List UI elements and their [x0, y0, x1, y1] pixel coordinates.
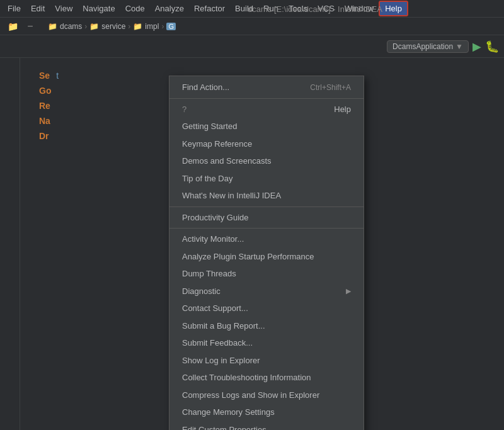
breadcrumb-impl[interactable]: 📁 impl	[133, 22, 159, 31]
tip-of-day-label: Tip of the Day	[182, 173, 232, 185]
menu-refactor[interactable]: Refactor	[189, 2, 230, 15]
menu-change-memory[interactable]: Change Memory Settings	[169, 404, 364, 421]
menu-file[interactable]: File	[3, 2, 26, 15]
menu-run[interactable]: Run	[258, 2, 284, 15]
menu-help[interactable]: Help	[379, 1, 408, 16]
menubar: File Edit View Navigate Code Analyze Ref…	[0, 0, 504, 18]
menu-sep-2	[169, 207, 364, 207]
menu-tip-of-day[interactable]: Tip of the Day	[169, 170, 364, 188]
menu-edit[interactable]: Edit	[26, 2, 50, 15]
help-label: Help	[334, 103, 351, 116]
getting-started-label: Getting Started	[182, 120, 237, 133]
menu-help-item[interactable]: ? Help	[169, 101, 364, 118]
breadcrumb-sep-1: ›	[84, 22, 87, 31]
toolbar: DcamsApplication ▼ ▶ 🐛	[0, 35, 504, 58]
run-config-selector[interactable]: DcamsApplication ▼	[387, 40, 469, 53]
menu-collect-troubleshooting[interactable]: Collect Troubleshooting Information	[169, 369, 364, 387]
keymap-reference-label: Keymap Reference	[182, 138, 252, 150]
breadcrumb-file[interactable]: G	[166, 23, 176, 30]
menu-show-log[interactable]: Show Log in Explorer	[169, 352, 364, 370]
find-action-shortcut: Ctrl+Shift+A	[310, 82, 351, 93]
find-action-label: Find Action...	[182, 81, 229, 94]
folder-icon-service: 📁	[89, 22, 99, 31]
menu-edit-custom-props[interactable]: Edit Custom Properties...	[169, 421, 364, 431]
submit-bug-label: Submit a Bug Report...	[182, 320, 265, 332]
menu-sep-1	[169, 98, 364, 99]
breadcrumb-dcams[interactable]: 📁 dcams	[48, 22, 82, 31]
menu-find-action[interactable]: Find Action... Ctrl+Shift+A	[169, 79, 364, 96]
project-icon[interactable]: 📁	[5, 19, 20, 34]
file-icon-g: G	[166, 23, 176, 30]
breadcrumb-service[interactable]: 📁 service	[89, 22, 125, 31]
demos-screencasts-label: Demos and Screencasts	[182, 155, 272, 167]
menu-analyze-plugin[interactable]: Analyze Plugin Startup Performance	[169, 248, 364, 266]
menu-sep-3	[169, 228, 364, 229]
menu-productivity-guide[interactable]: Productivity Guide	[169, 209, 364, 227]
help-question-icon: ?	[182, 103, 186, 116]
menu-analyze[interactable]: Analyze	[150, 2, 189, 15]
menu-window[interactable]: Window	[340, 2, 379, 15]
menu-activity-monitor[interactable]: Activity Monitor...	[169, 230, 364, 248]
menu-submit-feedback[interactable]: Submit Feedback...	[169, 334, 364, 352]
dropdown-overlay: Find Action... Ctrl+Shift+A ? Help Getti…	[0, 76, 504, 430]
menu-contact-support[interactable]: Contact Support...	[169, 300, 364, 317]
contact-support-label: Contact Support...	[182, 302, 248, 315]
collect-troubleshooting-label: Collect Troubleshooting Information	[182, 371, 311, 384]
menu-view[interactable]: View	[50, 2, 77, 15]
breadcrumb-label-dcams: dcams	[60, 22, 82, 31]
menu-whats-new[interactable]: What's New in IntelliJ IDEA	[169, 187, 364, 205]
breadcrumb-label-service: service	[101, 22, 125, 31]
menu-build[interactable]: Build	[230, 2, 258, 15]
menu-submit-bug[interactable]: Submit a Bug Report...	[169, 317, 364, 335]
submit-feedback-label: Submit Feedback...	[182, 337, 253, 349]
folder-icon-dcams: 📁	[48, 22, 57, 31]
menu-compress-logs[interactable]: Compress Logs and Show in Explorer	[169, 387, 364, 404]
productivity-guide-label: Productivity Guide	[182, 212, 249, 224]
run-config-label: DcamsApplication	[392, 42, 453, 51]
menu-getting-started[interactable]: Getting Started	[169, 118, 364, 135]
diagnostic-arrow-icon: ▶	[346, 286, 351, 297]
folder-icon-impl: 📁	[133, 22, 142, 31]
analyze-plugin-label: Analyze Plugin Startup Performance	[182, 251, 314, 263]
debug-button[interactable]: 🐛	[485, 40, 499, 54]
breadcrumb-sep-3: ›	[161, 22, 164, 31]
breadcrumb-bar: 📁 − 📁 dcams › 📁 service › 📁 impl › G	[0, 18, 504, 35]
run-config-dropdown-icon: ▼	[455, 42, 463, 51]
menu-tools[interactable]: Tools	[284, 2, 312, 15]
minus-icon[interactable]: −	[23, 19, 38, 34]
breadcrumb-label-impl: impl	[145, 22, 159, 31]
whats-new-label: What's New in IntelliJ IDEA	[182, 190, 281, 202]
menu-navigate[interactable]: Navigate	[77, 2, 120, 15]
breadcrumb-sep-2: ›	[128, 22, 130, 31]
menu-keymap-reference[interactable]: Keymap Reference	[169, 135, 364, 153]
dump-threads-label: Dump Threads	[182, 268, 236, 280]
diagnostic-label: Diagnostic	[182, 285, 220, 298]
menu-demos-screencasts[interactable]: Demos and Screencasts	[169, 152, 364, 170]
menu-diagnostic[interactable]: Diagnostic ▶	[169, 283, 364, 300]
change-memory-label: Change Memory Settings	[182, 406, 275, 419]
show-log-label: Show Log in Explorer	[182, 354, 260, 367]
compress-logs-label: Compress Logs and Show in Explorer	[182, 389, 319, 402]
menu-code[interactable]: Code	[120, 2, 150, 15]
menu-dump-threads[interactable]: Dump Threads	[169, 265, 364, 283]
run-button[interactable]: ▶	[472, 40, 481, 54]
help-menu: Find Action... Ctrl+Shift+A ? Help Getti…	[169, 76, 364, 430]
menu-vcs[interactable]: VCS	[312, 2, 340, 15]
edit-custom-props-label: Edit Custom Properties...	[182, 424, 273, 431]
activity-monitor-label: Activity Monitor...	[182, 233, 244, 246]
main-area: Se t Go Re Na Dr Find Action... Ctrl+Shi…	[0, 58, 504, 430]
